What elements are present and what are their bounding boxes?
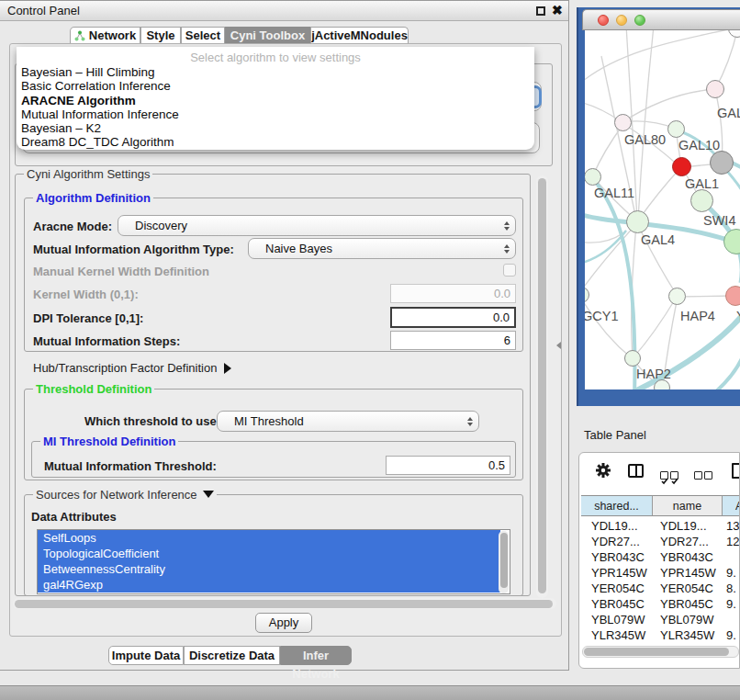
splitpane-handle-icon[interactable]: [556, 342, 561, 349]
cell: 13: [726, 518, 740, 534]
page-icon[interactable]: [732, 463, 740, 479]
mi-steps-label: Mutual Information Steps:: [33, 334, 180, 348]
node-GAL1[interactable]: [690, 189, 713, 212]
node-label: SWI4: [703, 213, 735, 228]
network-window-titlebar[interactable]: [582, 9, 740, 30]
float-window-icon[interactable]: [536, 6, 545, 16]
table-row[interactable]: YLR345WYLR345W9.: [579, 627, 740, 643]
cell: YLR345W: [591, 627, 652, 643]
mi-threshold-input[interactable]: [386, 456, 510, 475]
status-bar: [0, 685, 740, 700]
screen: Control Panel ✖ Network Style Select Cyn…: [0, 0, 740, 700]
node-HAP2[interactable]: [624, 350, 641, 367]
table-row[interactable]: YPR145WYPR145W9.: [579, 565, 740, 581]
unchecked-pair-icon[interactable]: [694, 467, 714, 483]
table-panel-title: Table Panel: [584, 428, 646, 442]
column-header-shared[interactable]: shared...: [581, 495, 653, 516]
mac-zoom-icon[interactable]: [634, 15, 645, 26]
node-label: HAP4: [680, 309, 715, 323]
tab-jactivemnodules[interactable]: jActiveMNodules: [310, 27, 409, 44]
cell: YBL079W: [591, 612, 652, 627]
node-GAL80[interactable]: [614, 114, 632, 131]
settings-vertical-scrollbar[interactable]: [536, 175, 548, 598]
table-row[interactable]: YER054CYER054C8.: [579, 581, 740, 596]
table-row[interactable]: YBL079WYBL079W: [579, 612, 740, 627]
checked-pair-icon[interactable]: [660, 467, 680, 483]
tab-select[interactable]: Select: [181, 27, 225, 44]
split-columns-icon[interactable]: [628, 464, 644, 478]
attribute-item-selected[interactable]: TopologicalCoefficient: [38, 546, 500, 561]
tab-cyni-toolbox[interactable]: Cyni Toolbox: [225, 27, 310, 44]
table-horizontal-scrollbar[interactable]: [582, 646, 739, 658]
attribute-list-scrollbar[interactable]: [499, 531, 509, 593]
tab-infer-network[interactable]: Infer Network: [280, 646, 352, 665]
tab-label: Network: [89, 28, 136, 42]
node-label: GAL: [717, 106, 740, 120]
algorithm-option-selected[interactable]: ARACNE Algorithm: [17, 94, 534, 107]
threshold-definition-title: Threshold Definition: [33, 382, 154, 396]
mi-type-label: Mutual Information Algorithm Type:: [33, 243, 234, 256]
which-threshold-label: Which threshold to use:: [84, 414, 220, 428]
node[interactable]: [706, 80, 724, 98]
node-label: GCY1: [585, 309, 619, 323]
cell: YDL19...: [660, 518, 721, 534]
node-label: GAL80: [624, 132, 666, 147]
table-row[interactable]: YBR045CYBR045C9.: [579, 596, 740, 612]
node-label: GAL11: [594, 186, 634, 200]
gear-icon[interactable]: [595, 462, 611, 482]
node-GAL11[interactable]: [585, 168, 601, 186]
hub-definition-expander[interactable]: Hub/Transcription Factor Definition: [33, 361, 231, 375]
table-row[interactable]: YBR043CYBR043C: [579, 549, 740, 565]
cell: 9.: [726, 627, 740, 643]
attribute-item-selected[interactable]: gal4RGexp: [38, 577, 500, 593]
mi-type-combobox[interactable]: Naive Bayes: [248, 238, 516, 259]
algorithm-option[interactable]: Bayesian – Hill Climbing: [17, 65, 534, 79]
algorithm-option[interactable]: Bayesian – K2: [17, 121, 534, 135]
hub-definition-label: Hub/Transcription Factor Definition: [33, 361, 217, 375]
cell: YBR045C: [591, 596, 652, 612]
tab-network[interactable]: Network: [70, 27, 140, 44]
node-label: GAL10: [678, 138, 720, 152]
close-icon[interactable]: ✖: [552, 3, 563, 17]
kernel-width-input[interactable]: [390, 284, 516, 303]
mi-steps-input[interactable]: [390, 331, 516, 350]
dpi-tolerance-input[interactable]: [390, 307, 516, 328]
mac-close-icon[interactable]: [598, 15, 609, 26]
node-GAL10[interactable]: [667, 120, 685, 138]
tab-impute-data[interactable]: Impute Data: [108, 646, 184, 665]
attribute-item-selected[interactable]: SelfLoops: [38, 530, 500, 546]
which-threshold-combobox[interactable]: MI Threshold: [217, 411, 479, 432]
node-HAP4[interactable]: [668, 288, 686, 305]
tab-discretize-data[interactable]: Discretize Data: [184, 646, 280, 665]
mac-minimize-icon[interactable]: [616, 15, 627, 26]
node-red[interactable]: [672, 157, 691, 176]
mi-threshold-label: Mutual Information Threshold:: [44, 459, 217, 473]
algorithm-option[interactable]: Dream8 DC_TDC Algorithm: [17, 135, 534, 149]
cell: YLR345W: [660, 627, 721, 643]
aracne-mode-combobox[interactable]: Discovery: [118, 215, 516, 236]
node-GAL4[interactable]: [626, 210, 649, 233]
manual-kernel-label: Manual Kernel Width Definition: [33, 265, 209, 278]
cell: YBR043C: [660, 549, 721, 565]
settings-horizontal-scrollbar[interactable]: [13, 598, 556, 609]
column-header-clipped[interactable]: A: [723, 495, 740, 516]
table-row[interactable]: YDL19...YDL19...13: [579, 518, 740, 534]
algorithm-option[interactable]: Basic Correlation Inference: [17, 79, 534, 93]
attribute-item-selected[interactable]: BetweennessCentrality: [38, 561, 500, 577]
cell: YER054C: [660, 581, 721, 596]
node-gray[interactable]: [710, 151, 734, 175]
aracne-mode-value: Discovery: [118, 219, 499, 232]
network-canvas[interactable]: GAL GAL80 GAL10 GAL1 GAL11 SWI4 GAL4 GCY…: [585, 30, 740, 390]
node-salmon[interactable]: [725, 286, 740, 306]
table-row[interactable]: YDR27...YDR27...12: [579, 534, 740, 549]
tab-style[interactable]: Style: [140, 27, 181, 44]
manual-kernel-checkbox[interactable]: [503, 264, 516, 277]
sources-expander[interactable]: Sources for Network Inference: [33, 488, 217, 502]
control-panel-titlebar[interactable]: Control Panel ✖: [0, 1, 568, 21]
algorithm-option[interactable]: Mutual Information Inference: [17, 107, 534, 121]
apply-button[interactable]: Apply: [255, 613, 312, 633]
column-header-name[interactable]: name: [653, 495, 723, 516]
tab-label: Select: [185, 28, 220, 42]
combo-stepper-icon: [499, 244, 515, 254]
network-view-window: GAL GAL80 GAL10 GAL1 GAL11 SWI4 GAL4 GCY…: [577, 7, 740, 406]
